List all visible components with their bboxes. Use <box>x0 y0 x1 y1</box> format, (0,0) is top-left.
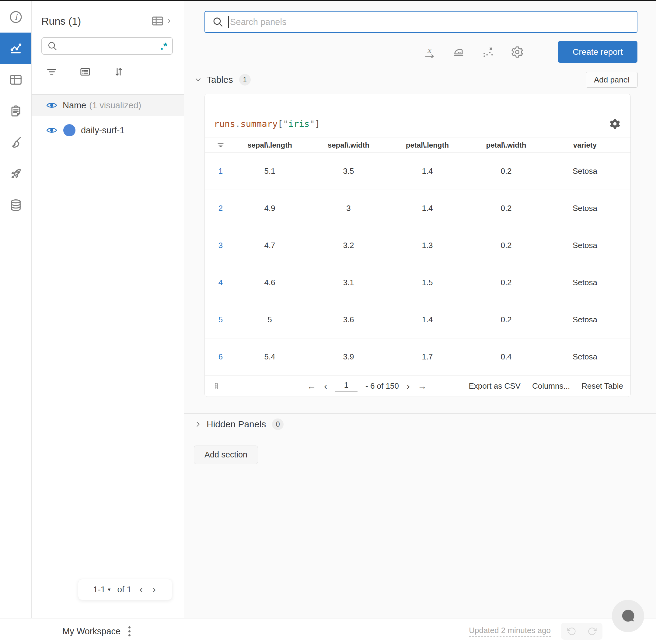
table-cell: 0.4 <box>467 352 545 362</box>
sort-button[interactable] <box>113 66 125 78</box>
runs-toolbar <box>46 66 184 78</box>
table-row: 553.61.40.2Setosa <box>205 301 630 339</box>
table-cell: 0.2 <box>467 241 545 250</box>
row-index-link[interactable]: 6 <box>211 352 230 362</box>
runs-header: Runs (1) <box>41 14 173 29</box>
columns-button[interactable]: Columns... <box>532 381 570 391</box>
notes-nav-item[interactable] <box>0 95 31 127</box>
table-cell: 5.1 <box>230 166 309 176</box>
redo-icon <box>588 627 597 636</box>
last-page-button[interactable]: → <box>418 382 427 391</box>
hidden-panels-label[interactable]: Hidden Panels <box>207 419 266 430</box>
table-filter-button[interactable] <box>211 141 230 150</box>
sort-arrows-icon <box>113 66 125 78</box>
charts-nav-item[interactable] <box>0 32 31 64</box>
rocket-icon <box>9 167 23 181</box>
runs-table-icon <box>151 14 164 28</box>
code-token: iris <box>288 119 309 129</box>
code-token: runs <box>214 119 235 129</box>
group-button[interactable] <box>79 66 91 78</box>
overview-nav-item[interactable]: i <box>0 1 31 32</box>
table-cell: Setosa <box>545 204 624 213</box>
search-icon <box>212 16 224 28</box>
tables-collapse-toggle[interactable] <box>194 75 202 84</box>
outliers-button[interactable] <box>482 45 495 59</box>
x-axis-settings-button[interactable]: x <box>423 45 436 59</box>
column-header[interactable]: sepal\.length <box>230 141 309 150</box>
table-footer: ← ‹ 1 - 6 of 150 › → Export as CSV Colum… <box>205 375 630 396</box>
launch-nav-item[interactable] <box>0 158 31 189</box>
regex-toggle[interactable]: .* <box>160 41 167 51</box>
artifacts-nav-item[interactable] <box>0 189 31 221</box>
kebab-dot <box>128 634 131 637</box>
add-panel-button[interactable]: Add panel <box>586 72 638 88</box>
code-token: " <box>283 119 288 129</box>
row-index-link[interactable]: 1 <box>211 166 230 176</box>
status-bar: My Workspace Updated 2 minutes ago <box>0 618 656 644</box>
runs-table-expand-button[interactable] <box>151 14 173 28</box>
last-updated-label: Updated 2 minutes ago <box>469 626 551 637</box>
sweeps-nav-item[interactable] <box>0 127 31 158</box>
reset-table-button[interactable]: Reset Table <box>582 381 623 391</box>
hidden-panels-toggle[interactable] <box>194 420 202 429</box>
runs-page-range: 1-1 <box>93 585 105 594</box>
table-panel: runs.summary["iris"] sepal\.lengthsepal\… <box>205 94 631 397</box>
next-page-button[interactable]: › <box>407 382 410 391</box>
row-index-link[interactable]: 2 <box>211 204 230 213</box>
redo-button[interactable] <box>582 623 603 640</box>
visibility-eye-icon[interactable] <box>46 99 58 111</box>
table-cell: Setosa <box>545 352 624 362</box>
filter-icon <box>216 141 225 150</box>
left-nav-rail: i <box>0 1 32 618</box>
undo-button[interactable] <box>561 623 582 640</box>
row-index-link[interactable]: 4 <box>211 278 230 287</box>
runs-search-input[interactable]: .* <box>41 37 173 55</box>
chat-support-button[interactable] <box>612 600 644 632</box>
smoothing-button[interactable] <box>452 45 466 59</box>
first-page-button[interactable]: ← <box>307 382 316 391</box>
column-header[interactable]: petal\.width <box>467 141 545 150</box>
table-cell: 0.2 <box>467 278 545 287</box>
info-icon: i <box>9 10 23 24</box>
add-section-button[interactable]: Add section <box>194 445 258 464</box>
chevron-right-icon <box>194 420 202 429</box>
column-header[interactable]: variety <box>545 141 624 150</box>
filter-button[interactable] <box>46 66 58 78</box>
runs-next-page-button[interactable]: › <box>151 584 157 595</box>
table-cell: 0.2 <box>467 204 545 213</box>
table-cell: 1.3 <box>388 241 467 250</box>
run-name-link[interactable]: daily-surf-1 <box>81 125 124 135</box>
table-body: 15.13.51.40.2Setosa24.931.40.2Setosa34.7… <box>205 153 630 375</box>
run-row: daily-surf-1 <box>32 116 184 144</box>
panels-nav-item[interactable] <box>0 64 31 95</box>
table-cell: 1.4 <box>388 204 467 213</box>
runs-prev-page-button[interactable]: ‹ <box>138 584 144 595</box>
run-visibility-eye-icon[interactable] <box>46 124 58 136</box>
page-number-input[interactable]: 1 <box>335 381 357 392</box>
panels-search-input[interactable]: Search panels <box>205 11 637 33</box>
table-row: 34.73.21.30.2Setosa <box>205 227 630 264</box>
runs-page-range-dropdown[interactable]: 1-1 ▾ <box>93 585 111 594</box>
column-header[interactable]: petal\.length <box>388 141 467 150</box>
export-csv-button[interactable]: Export as CSV <box>469 381 521 391</box>
filter-icon <box>46 66 58 78</box>
table-cell: 3 <box>309 204 388 213</box>
workspace-menu-button[interactable] <box>128 626 131 637</box>
column-view-button[interactable] <box>212 382 220 390</box>
prev-page-button[interactable]: ‹ <box>324 382 327 391</box>
table-cell: 1.5 <box>388 278 467 287</box>
table-cell: 5 <box>230 315 309 324</box>
row-index-link[interactable]: 3 <box>211 241 230 250</box>
row-index-link[interactable]: 5 <box>211 315 230 324</box>
panel-header: runs.summary["iris"] <box>205 94 630 138</box>
column-header[interactable]: sepal\.width <box>309 141 388 150</box>
tables-count-badge: 1 <box>239 74 251 86</box>
outliers-scatter-icon <box>482 45 495 59</box>
undo-icon <box>567 627 576 636</box>
workspace-settings-button[interactable] <box>511 45 524 59</box>
panel-settings-button[interactable] <box>609 117 621 130</box>
database-icon <box>9 198 23 212</box>
code-token: ] <box>315 119 320 129</box>
table-header-row: sepal\.lengthsepal\.widthpetal\.lengthpe… <box>205 138 630 153</box>
create-report-button[interactable]: Create report <box>558 41 637 63</box>
